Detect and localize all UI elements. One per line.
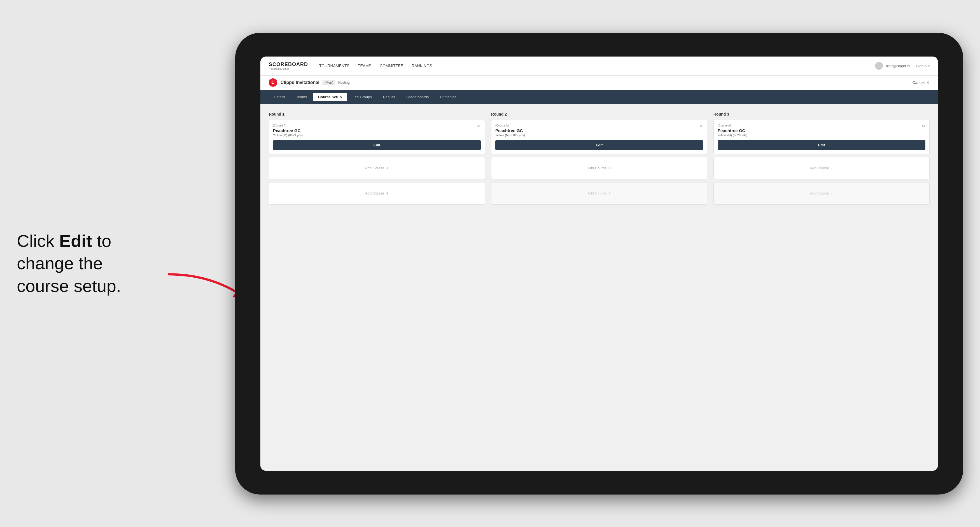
nav-tournaments[interactable]: TOURNAMENTS <box>319 62 350 69</box>
round-1-add-course-label-2: Add Course + <box>365 191 389 196</box>
round-3-course-name: Peachtree GC <box>718 128 925 133</box>
avatar <box>875 62 883 70</box>
round-3-add-course-2: Add Course + <box>713 182 930 205</box>
tab-printables[interactable]: Printables <box>435 93 461 101</box>
logo-title: SCOREBOARD <box>269 62 308 67</box>
round-3-course-card: (Course A) Peachtree GC Yellow (M) (6629… <box>713 120 930 154</box>
round-3-add-course-label-2: Add Course + <box>810 191 833 196</box>
round-1-column: Round 1 (Course A) Peachtree GC Yellow (… <box>269 112 485 207</box>
round-3-course-details: Yellow (M) (6629 yds) <box>718 133 925 137</box>
scoreboard-logo: SCOREBOARD Powered by clippd <box>269 62 308 70</box>
round-3-title: Round 3 <box>713 112 930 116</box>
round-1-course-details: Yellow (M) (6629 yds) <box>273 133 481 137</box>
sign-out-link[interactable]: Sign out <box>916 64 930 68</box>
tournament-bar: C Clippd Invitational (Men) Hosting Canc… <box>260 76 938 90</box>
round-2-add-course-label-2: Add Course + <box>587 191 611 196</box>
logo-sub: Powered by clippd <box>269 67 308 70</box>
nav-separator: | <box>913 64 913 68</box>
round-2-course-name: Peachtree GC <box>495 128 703 133</box>
tab-bar: Details Teams Course Setup Tee Groups Re… <box>260 90 938 104</box>
round-2-course-details: Yellow (M) (6629 yds) <box>495 133 703 137</box>
round-2-delete-icon[interactable]: ⊗ <box>698 123 704 129</box>
round-3-add-plus-1: + <box>831 166 833 171</box>
cancel-button[interactable]: Cancel ✕ <box>912 80 930 85</box>
round-1-add-course-label-1: Add Course + <box>365 166 389 171</box>
round-1-course-label: (Course A) <box>273 124 481 127</box>
close-icon: ✕ <box>926 80 930 85</box>
round-2-course-card: (Course A) Peachtree GC Yellow (M) (6629… <box>491 120 707 154</box>
tablet-frame: SCOREBOARD Powered by clippd TOURNAMENTS… <box>235 33 963 495</box>
round-2-title: Round 2 <box>491 112 707 116</box>
round-3-delete-icon[interactable]: ⊗ <box>920 123 926 129</box>
tab-details[interactable]: Details <box>269 93 290 101</box>
round-3-add-course-1[interactable]: Add Course + <box>713 157 930 179</box>
round-1-edit-button[interactable]: Edit <box>273 140 481 150</box>
tab-teams[interactable]: Teams <box>291 93 312 101</box>
round-2-column: Round 2 (Course A) Peachtree GC Yellow (… <box>491 112 707 207</box>
nav-links: TOURNAMENTS TEAMS COMMITTEE RANKINGS <box>319 62 875 69</box>
round-1-title: Round 1 <box>269 112 485 116</box>
round-2-add-course-2: Add Course + <box>491 182 707 205</box>
round-3-add-plus-2: + <box>831 191 833 196</box>
tournament-logo: C <box>269 78 277 87</box>
round-3-edit-button[interactable]: Edit <box>718 140 925 150</box>
round-2-add-course-1[interactable]: Add Course + <box>491 157 707 179</box>
round-3-column: Round 3 (Course A) Peachtree GC Yellow (… <box>713 112 930 207</box>
tablet-screen: SCOREBOARD Powered by clippd TOURNAMENTS… <box>260 57 938 471</box>
round-3-course-label: (Course A) <box>718 124 925 127</box>
rounds-grid: Round 1 (Course A) Peachtree GC Yellow (… <box>269 112 930 207</box>
tab-course-setup[interactable]: Course Setup <box>313 93 347 101</box>
round-2-course-label: (Course A) <box>495 124 703 127</box>
round-1-add-plus-2: + <box>386 191 389 196</box>
hosting-badge: Hosting <box>338 81 350 84</box>
tab-leaderboards[interactable]: Leaderboards <box>401 93 434 101</box>
nav-rankings[interactable]: RANKINGS <box>412 62 432 69</box>
user-email: blair@clippd.io <box>886 64 910 68</box>
round-2-add-course-label-1: Add Course + <box>587 166 611 171</box>
tab-tee-groups[interactable]: Tee Groups <box>348 93 377 101</box>
round-1-add-plus-1: + <box>386 166 389 171</box>
tournament-gender: (Men) <box>322 80 336 85</box>
round-3-add-course-label-1: Add Course + <box>810 166 833 171</box>
round-1-add-course-1[interactable]: Add Course + <box>269 157 485 179</box>
round-1-course-card: (Course A) Peachtree GC Yellow (M) (6629… <box>269 120 485 154</box>
round-2-edit-button[interactable]: Edit <box>495 140 703 150</box>
round-2-add-plus-2: + <box>608 191 611 196</box>
instruction-bold: Edit <box>59 231 92 251</box>
main-content: Round 1 (Course A) Peachtree GC Yellow (… <box>260 104 938 471</box>
nav-committee[interactable]: COMMITTEE <box>380 62 403 69</box>
instruction-text: Click Edit tochange thecourse setup. <box>17 230 179 297</box>
nav-teams[interactable]: TEAMS <box>358 62 371 69</box>
round-1-course-name: Peachtree GC <box>273 128 481 133</box>
top-nav: SCOREBOARD Powered by clippd TOURNAMENTS… <box>260 57 938 76</box>
tournament-name: Clippd Invitational <box>280 80 320 85</box>
nav-right: blair@clippd.io | Sign out <box>875 62 930 70</box>
round-2-add-plus-1: + <box>608 166 611 171</box>
tab-results[interactable]: Results <box>378 93 400 101</box>
round-1-add-course-2[interactable]: Add Course + <box>269 182 485 205</box>
round-1-delete-icon[interactable]: ⊗ <box>476 123 482 129</box>
